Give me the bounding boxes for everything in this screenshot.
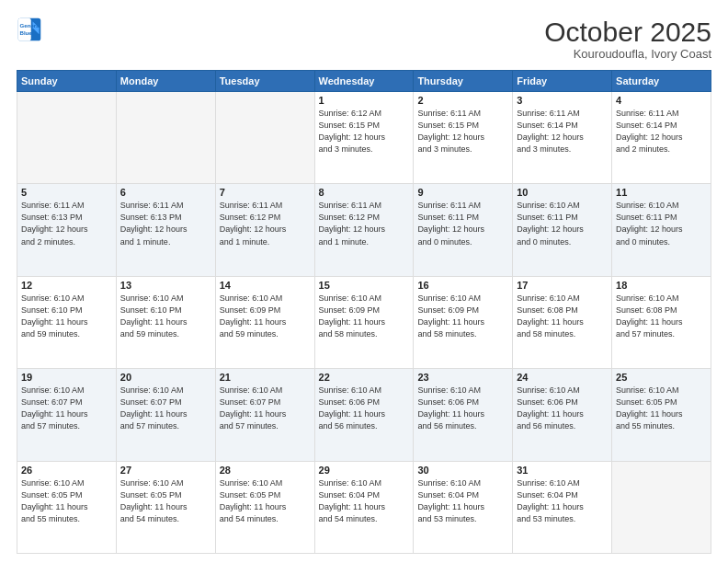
day-number: 18 — [616, 280, 707, 291]
day-number: 28 — [220, 465, 311, 476]
day-info: Sunrise: 6:10 AM Sunset: 6:04 PM Dayligh… — [517, 477, 608, 525]
svg-text:General: General — [20, 22, 41, 29]
day-info: Sunrise: 6:10 AM Sunset: 6:06 PM Dayligh… — [517, 385, 608, 432]
table-cell: 24Sunrise: 6:10 AM Sunset: 6:06 PM Dayli… — [513, 369, 612, 461]
week-row-4: 19Sunrise: 6:10 AM Sunset: 6:07 PM Dayli… — [17, 369, 711, 461]
table-cell: 23Sunrise: 6:10 AM Sunset: 6:06 PM Dayli… — [414, 369, 513, 461]
day-number: 29 — [319, 465, 410, 476]
header-wednesday: Wednesday — [314, 71, 414, 92]
day-number: 15 — [319, 280, 410, 291]
day-info: Sunrise: 6:10 AM Sunset: 6:07 PM Dayligh… — [120, 385, 211, 432]
day-number: 19 — [21, 372, 112, 383]
day-info: Sunrise: 6:10 AM Sunset: 6:07 PM Dayligh… — [220, 385, 311, 432]
logo-icon: General Blue — [17, 17, 42, 42]
table-cell: 20Sunrise: 6:10 AM Sunset: 6:07 PM Dayli… — [116, 369, 215, 461]
day-info: Sunrise: 6:10 AM Sunset: 6:05 PM Dayligh… — [21, 477, 112, 525]
day-info: Sunrise: 6:10 AM Sunset: 6:10 PM Dayligh… — [120, 293, 211, 340]
table-cell: 3Sunrise: 6:11 AM Sunset: 6:14 PM Daylig… — [513, 92, 612, 184]
day-number: 5 — [21, 187, 112, 198]
svg-text:Blue: Blue — [20, 29, 33, 36]
table-cell: 31Sunrise: 6:10 AM Sunset: 6:04 PM Dayli… — [513, 461, 612, 553]
day-number: 13 — [120, 280, 211, 291]
table-cell: 25Sunrise: 6:10 AM Sunset: 6:05 PM Dayli… — [612, 369, 711, 461]
header-sunday: Sunday — [17, 71, 117, 92]
week-row-1: 1Sunrise: 6:12 AM Sunset: 6:15 PM Daylig… — [17, 92, 711, 184]
day-number: 3 — [517, 95, 608, 106]
day-info: Sunrise: 6:10 AM Sunset: 6:09 PM Dayligh… — [417, 293, 508, 340]
header-friday: Friday — [513, 71, 612, 92]
day-number: 11 — [616, 187, 707, 198]
table-cell: 30Sunrise: 6:10 AM Sunset: 6:04 PM Dayli… — [414, 461, 513, 553]
day-info: Sunrise: 6:11 AM Sunset: 6:13 PM Dayligh… — [120, 200, 211, 247]
table-cell: 4Sunrise: 6:11 AM Sunset: 6:14 PM Daylig… — [612, 92, 711, 184]
day-info: Sunrise: 6:10 AM Sunset: 6:05 PM Dayligh… — [616, 385, 707, 432]
week-row-3: 12Sunrise: 6:10 AM Sunset: 6:10 PM Dayli… — [17, 276, 711, 368]
day-info: Sunrise: 6:11 AM Sunset: 6:14 PM Dayligh… — [517, 108, 608, 155]
table-cell: 12Sunrise: 6:10 AM Sunset: 6:10 PM Dayli… — [17, 276, 117, 368]
table-cell — [116, 92, 215, 184]
header-monday: Monday — [116, 71, 215, 92]
day-info: Sunrise: 6:11 AM Sunset: 6:14 PM Dayligh… — [616, 108, 707, 155]
day-number: 8 — [319, 187, 410, 198]
day-info: Sunrise: 6:10 AM Sunset: 6:04 PM Dayligh… — [319, 477, 410, 525]
table-cell: 10Sunrise: 6:10 AM Sunset: 6:11 PM Dayli… — [513, 184, 612, 276]
day-number: 4 — [616, 95, 707, 106]
table-cell: 22Sunrise: 6:10 AM Sunset: 6:06 PM Dayli… — [314, 369, 414, 461]
day-number: 17 — [517, 280, 608, 291]
table-cell: 2Sunrise: 6:11 AM Sunset: 6:15 PM Daylig… — [414, 92, 513, 184]
header-thursday: Thursday — [414, 71, 513, 92]
table-cell: 17Sunrise: 6:10 AM Sunset: 6:08 PM Dayli… — [513, 276, 612, 368]
day-number: 23 — [417, 372, 508, 383]
table-cell: 6Sunrise: 6:11 AM Sunset: 6:13 PM Daylig… — [116, 184, 215, 276]
day-info: Sunrise: 6:10 AM Sunset: 6:06 PM Dayligh… — [319, 385, 410, 432]
day-number: 12 — [21, 280, 112, 291]
logo: General Blue — [17, 17, 42, 42]
day-info: Sunrise: 6:10 AM Sunset: 6:06 PM Dayligh… — [417, 385, 508, 432]
table-cell: 15Sunrise: 6:10 AM Sunset: 6:09 PM Dayli… — [314, 276, 414, 368]
day-info: Sunrise: 6:11 AM Sunset: 6:12 PM Dayligh… — [220, 200, 311, 247]
day-info: Sunrise: 6:11 AM Sunset: 6:12 PM Dayligh… — [319, 200, 410, 247]
day-info: Sunrise: 6:11 AM Sunset: 6:13 PM Dayligh… — [21, 200, 112, 247]
table-cell — [215, 92, 314, 184]
day-number: 22 — [319, 372, 410, 383]
table-cell: 27Sunrise: 6:10 AM Sunset: 6:05 PM Dayli… — [116, 461, 215, 553]
day-info: Sunrise: 6:10 AM Sunset: 6:08 PM Dayligh… — [517, 293, 608, 340]
day-number: 14 — [220, 280, 311, 291]
day-number: 26 — [21, 465, 112, 476]
day-info: Sunrise: 6:11 AM Sunset: 6:11 PM Dayligh… — [417, 200, 508, 247]
day-info: Sunrise: 6:10 AM Sunset: 6:08 PM Dayligh… — [616, 293, 707, 340]
day-info: Sunrise: 6:10 AM Sunset: 6:05 PM Dayligh… — [220, 477, 311, 525]
table-cell: 14Sunrise: 6:10 AM Sunset: 6:09 PM Dayli… — [215, 276, 314, 368]
table-cell: 21Sunrise: 6:10 AM Sunset: 6:07 PM Dayli… — [215, 369, 314, 461]
table-cell: 19Sunrise: 6:10 AM Sunset: 6:07 PM Dayli… — [17, 369, 117, 461]
day-number: 9 — [417, 187, 508, 198]
day-number: 7 — [220, 187, 311, 198]
table-cell: 7Sunrise: 6:11 AM Sunset: 6:12 PM Daylig… — [215, 184, 314, 276]
weekday-header-row: Sunday Monday Tuesday Wednesday Thursday… — [17, 71, 711, 92]
table-cell: 11Sunrise: 6:10 AM Sunset: 6:11 PM Dayli… — [612, 184, 711, 276]
day-number: 27 — [120, 465, 211, 476]
table-cell: 8Sunrise: 6:11 AM Sunset: 6:12 PM Daylig… — [314, 184, 414, 276]
table-cell — [17, 92, 117, 184]
day-info: Sunrise: 6:10 AM Sunset: 6:10 PM Dayligh… — [21, 293, 112, 340]
day-number: 31 — [517, 465, 608, 476]
header-tuesday: Tuesday — [215, 71, 314, 92]
table-cell: 26Sunrise: 6:10 AM Sunset: 6:05 PM Dayli… — [17, 461, 117, 553]
day-number: 30 — [417, 465, 508, 476]
title-block: October 2025 Kouroudoufla, Ivory Coast — [544, 17, 711, 61]
day-info: Sunrise: 6:10 AM Sunset: 6:05 PM Dayligh… — [120, 477, 211, 525]
day-info: Sunrise: 6:10 AM Sunset: 6:09 PM Dayligh… — [220, 293, 311, 340]
location: Kouroudoufla, Ivory Coast — [544, 47, 711, 61]
header-saturday: Saturday — [612, 71, 711, 92]
week-row-5: 26Sunrise: 6:10 AM Sunset: 6:05 PM Dayli… — [17, 461, 711, 553]
day-info: Sunrise: 6:10 AM Sunset: 6:07 PM Dayligh… — [21, 385, 112, 432]
table-cell: 28Sunrise: 6:10 AM Sunset: 6:05 PM Dayli… — [215, 461, 314, 553]
table-cell: 9Sunrise: 6:11 AM Sunset: 6:11 PM Daylig… — [414, 184, 513, 276]
header: General Blue October 2025 Kouroudoufla, … — [17, 17, 711, 61]
day-info: Sunrise: 6:12 AM Sunset: 6:15 PM Dayligh… — [319, 108, 410, 155]
day-info: Sunrise: 6:10 AM Sunset: 6:04 PM Dayligh… — [417, 477, 508, 525]
day-number: 20 — [120, 372, 211, 383]
month-title: October 2025 — [544, 17, 711, 47]
page: General Blue October 2025 Kouroudoufla, … — [0, 0, 728, 563]
day-number: 6 — [120, 187, 211, 198]
